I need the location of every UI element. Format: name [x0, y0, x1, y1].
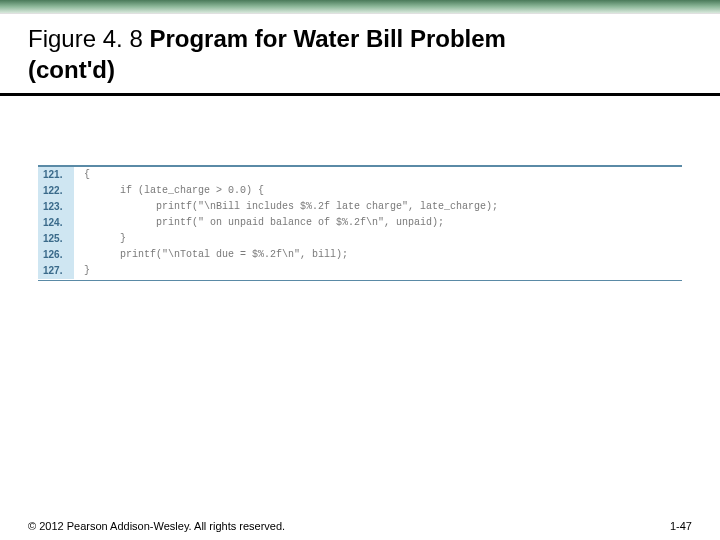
line-number: 125.: [38, 231, 74, 247]
line-number: 123.: [38, 199, 74, 215]
code-text: printf("\nBill includes $%.2f late charg…: [74, 199, 682, 215]
line-number: 127.: [38, 263, 74, 279]
code-text: }: [74, 231, 682, 247]
copyright-text: © 2012 Pearson Addison-Wesley. All right…: [28, 520, 285, 532]
page-number: 1-47: [670, 520, 692, 532]
code-line: 123. printf("\nBill includes $%.2f late …: [38, 199, 682, 215]
code-line: 122. if (late_charge > 0.0) {: [38, 183, 682, 199]
title-divider: [0, 93, 720, 96]
line-number: 124.: [38, 215, 74, 231]
slide-footer: © 2012 Pearson Addison-Wesley. All right…: [0, 520, 720, 532]
code-text: if (late_charge > 0.0) {: [74, 183, 682, 199]
code-text: }: [74, 263, 682, 279]
code-text: printf("\nTotal due = $%.2f\n", bill);: [74, 247, 682, 263]
figure-continued: (cont'd): [28, 55, 692, 86]
code-text: {: [74, 167, 682, 183]
line-number: 126.: [38, 247, 74, 263]
top-gradient-bar: [0, 0, 720, 14]
figure-heading: Program for Water Bill Problem: [149, 25, 506, 52]
code-text: printf(" on unpaid balance of $%.2f\n", …: [74, 215, 682, 231]
figure-number: Figure 4. 8: [28, 25, 143, 52]
code-line: 124. printf(" on unpaid balance of $%.2f…: [38, 215, 682, 231]
line-number: 122.: [38, 183, 74, 199]
slide-title: Figure 4. 8 Program for Water Bill Probl…: [0, 14, 720, 93]
code-line: 125. }: [38, 231, 682, 247]
code-bottom-rule: [38, 280, 682, 281]
code-line: 121. {: [38, 167, 682, 183]
code-listing: 121. { 122. if (late_charge > 0.0) { 123…: [38, 165, 682, 281]
code-line: 126. printf("\nTotal due = $%.2f\n", bil…: [38, 247, 682, 263]
code-line: 127. }: [38, 263, 682, 279]
line-number: 121.: [38, 167, 74, 183]
